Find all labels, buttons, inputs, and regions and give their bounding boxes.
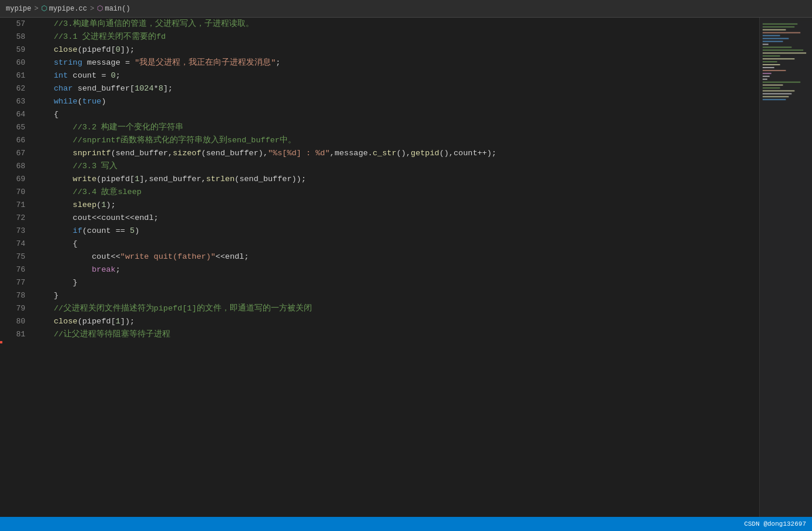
line-number: 74 [0,238,32,251]
svg-rect-14 [763,61,777,62]
table-row: 60 string message = "我是父进程，我正在向子进程发消息"; [0,56,759,69]
line-content: //父进程关闭文件描述符为pipefd[1]的文件，即通道写的一方被关闭 [32,302,759,315]
token: strlen [206,175,235,183]
token: ; [116,71,120,80]
code-area: 57 //3.构建单向通信的管道，父进程写入，子进程读取。58 //3.1 父进… [0,18,759,531]
token: { [35,239,78,248]
token: "write quit(father)" [120,252,216,261]
svg-rect-17 [763,70,786,71]
token: cout<< [35,252,120,261]
svg-rect-23 [763,88,780,89]
file-label[interactable]: mypipe.cc [49,5,87,13]
line-number: 61 [0,69,32,82]
line-content: sleep(1); [32,199,759,212]
table-row: 66 //snprintf函数将格式化的字符串放入到send_buffer中。 [0,134,759,147]
token: ],send_buffer, [139,175,206,183]
table-row: 80 close(pipefd[1]); [0,315,759,328]
table-row: 79 //父进程关闭文件描述符为pipefd[1]的文件，即通道写的一方被关闭 [0,302,759,315]
token: while [53,97,78,106]
token: //父进程关闭文件描述符为pipefd[1]的文件，即通道写的一方被关闭 [35,304,312,313]
token [35,45,53,54]
line-content: //3.构建单向通信的管道，父进程写入，子进程读取。 [32,18,759,31]
table-row: 75 cout<<"write quit(father)"<<endl; [0,251,759,263]
line-content: if(count == 5) [32,225,759,238]
table-row: 72 cout<<count<<endl; [0,212,759,225]
token: * [154,84,159,93]
token: 1 [101,201,106,209]
token [35,265,92,274]
titlebar: mypipe > ⬡ mypipe.cc > ⬡ main() [0,0,812,18]
svg-rect-10 [763,49,803,51]
token: (),count++); [439,149,496,158]
token: //3.4 故意sleep [35,188,142,196]
token: (), [397,149,411,158]
file-icon: ⬡ [41,4,47,13]
svg-rect-3 [763,29,786,31]
line-number: 72 [0,212,32,225]
line-number: 77 [0,276,32,289]
token: (send_buffer)); [234,175,306,183]
svg-rect-27 [763,99,786,100]
token: (pipefd[ [78,45,116,54]
line-content: break; [32,263,759,276]
token: "%s[%d] : %d" [268,149,330,158]
token: ( [78,97,82,106]
table-row: 67 snprintf(send_buffer,sizeof(send_buff… [0,147,759,160]
line-content: char send_buffer[1024*8]; [32,82,759,95]
svg-rect-16 [763,67,774,68]
token: true [82,97,101,106]
table-row: 78 } [0,289,759,302]
line-content: { [32,238,759,251]
svg-rect-26 [763,96,789,97]
token: message = [82,58,135,67]
token: count = [68,71,111,80]
table-row: 68 //3.3 写入 [0,160,759,173]
svg-rect-12 [763,55,780,56]
sep2: > [90,5,94,13]
line-number: 62 [0,82,32,95]
line-number: 58 [0,31,32,44]
line-number: 64 [0,108,32,121]
table-row: 64 { [0,108,759,121]
token: char [53,84,72,93]
func-label[interactable]: main() [105,5,130,13]
token: ); [106,201,116,209]
line-number: 60 [0,56,32,69]
svg-rect-13 [763,58,794,59]
token: 1024 [135,84,153,93]
token: snprintf [73,149,111,158]
line-content: //snprintf函数将格式化的字符串放入到send_buffer中。 [32,134,759,147]
token: //3.3 写入 [35,162,118,171]
line-number: 57 [0,18,32,31]
token: (pipefd[ [96,175,135,183]
line-content: //让父进程等待阻塞等待子进程 [32,328,759,341]
table-row: 71 sleep(1); [0,199,759,212]
line-number: 67 [0,147,32,160]
svg-rect-5 [763,35,780,36]
line-content: } [32,289,759,302]
statusbar: CSDN @dong132697 [0,517,812,531]
token: send_buffer[ [73,84,135,93]
token: 0 [116,45,120,54]
token: 1 [116,317,120,326]
token: close [53,45,78,54]
token [35,175,73,183]
line-number: 66 [0,134,32,147]
red-box-single [0,341,2,343]
svg-rect-24 [763,91,794,92]
table-row: 63 while(true) [0,95,759,108]
project-label[interactable]: mypipe [6,5,31,13]
table-row: 76 break; [0,263,759,276]
token: //让父进程等待阻塞等待子进程 [35,330,170,339]
token: ]); [120,317,135,326]
token: c_str [373,149,397,158]
token: ) [101,97,106,106]
line-content: { [32,108,759,121]
table-row: 81 //让父进程等待阻塞等待子进程 [0,328,759,341]
token [35,149,73,158]
line-number: 59 [0,44,32,56]
token: (send_buffer, [111,149,173,158]
line-content: snprintf(send_buffer,sizeof(send_buffer)… [32,147,759,160]
svg-rect-21 [763,82,800,83]
token: ]); [120,45,135,54]
